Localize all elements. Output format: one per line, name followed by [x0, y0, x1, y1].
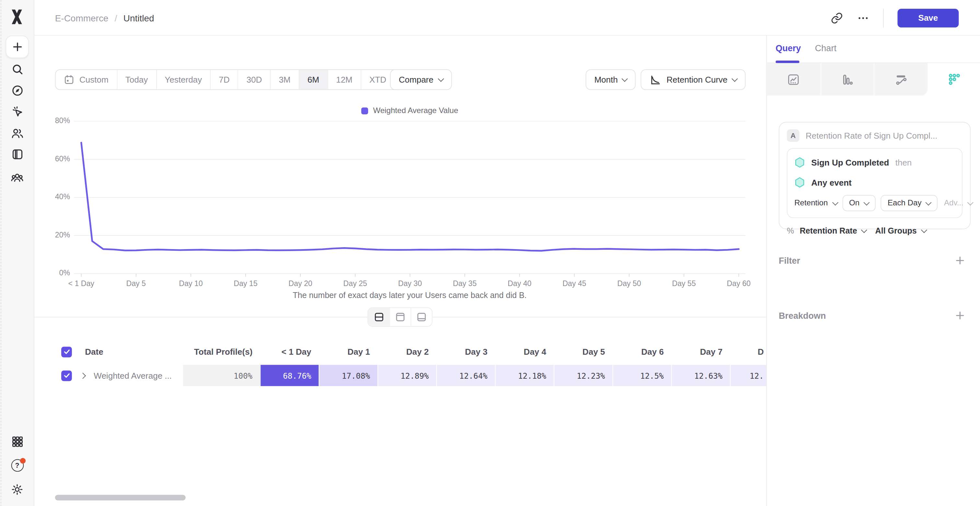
granularity-dropdown[interactable]: Month: [585, 69, 636, 90]
help-nav-button[interactable]: ?: [0, 455, 34, 476]
breadcrumb: E-Commerce / Untitled: [55, 0, 154, 36]
event-b-row[interactable]: Any event: [794, 174, 955, 190]
cell-day5[interactable]: 12.23%: [554, 365, 612, 386]
groups-dropdown[interactable]: All Groups: [875, 226, 926, 235]
events-nav-button[interactable]: [0, 101, 34, 122]
cell-day8-cut[interactable]: 12.: [730, 365, 767, 386]
chart-type-dropdown[interactable]: Retention Curve: [641, 69, 746, 90]
column-label: Date: [85, 347, 103, 356]
table-view-icon: [416, 312, 427, 322]
event-pair-box: Sign Up Completed then Any event Retenti…: [787, 148, 963, 218]
row-checkbox[interactable]: [61, 370, 72, 381]
x-axis-tick-label: Day 10: [166, 279, 216, 288]
x-axis-tick-label: Day 55: [659, 279, 709, 288]
range-12m[interactable]: 12M: [327, 70, 361, 89]
filter-label: Filter: [779, 255, 800, 266]
range-30d[interactable]: 30D: [238, 70, 270, 89]
help-icon: ?: [11, 459, 24, 472]
chart-legend[interactable]: Weighted Average Value: [74, 106, 746, 115]
compare-dropdown[interactable]: Compare: [390, 69, 452, 90]
event-a-row[interactable]: Sign Up Completed then: [794, 154, 955, 170]
check-icon: [63, 371, 70, 379]
chart-tools: Month Retention Curve: [585, 69, 746, 90]
range-yesterday[interactable]: Yesterday: [156, 70, 210, 89]
range-6m-selected[interactable]: 6M: [299, 70, 327, 89]
event-hexagon-icon: [794, 157, 805, 168]
cohorts-nav-button[interactable]: [0, 166, 34, 187]
advanced-dropdown[interactable]: Adv...: [944, 198, 973, 207]
settings-nav-button[interactable]: [0, 479, 34, 500]
cell-day3[interactable]: 12.64%: [436, 365, 495, 386]
column-header-day1[interactable]: Day 1: [319, 344, 377, 360]
cell-day6[interactable]: 12.5%: [612, 365, 671, 386]
breadcrumb-project[interactable]: E-Commerce: [55, 13, 108, 23]
copy-link-icon[interactable]: [830, 12, 843, 24]
column-header-day6[interactable]: Day 6: [612, 344, 671, 360]
report-retention-button[interactable]: [927, 63, 980, 95]
step-title-input[interactable]: Retention Rate of Sign Up Compl...: [806, 131, 937, 140]
cell-day0[interactable]: 68.76%: [260, 365, 318, 386]
range-3m[interactable]: 3M: [270, 70, 299, 89]
report-flows-button[interactable]: [874, 63, 927, 95]
metric-dropdown[interactable]: Retention Rate: [800, 226, 867, 235]
mixpanel-logo-icon[interactable]: [8, 8, 25, 25]
y-axis-tick-label: 80%: [40, 116, 70, 126]
table-row[interactable]: Weighted Average ... 100% 68.76% 17.08% …: [34, 365, 766, 386]
layout-toggle-group: [368, 308, 433, 327]
range-today[interactable]: Today: [117, 70, 156, 89]
column-header-day0[interactable]: < 1 Day: [260, 344, 318, 360]
column-header-total[interactable]: Total Profile(s): [183, 344, 260, 360]
row-expander-button[interactable]: [81, 373, 85, 378]
range-7d[interactable]: 7D: [210, 70, 237, 89]
chart-plot-area[interactable]: [74, 116, 746, 279]
cell-day7[interactable]: 12.63%: [671, 365, 730, 386]
column-header-day7[interactable]: Day 7: [671, 344, 730, 360]
layout-table-button[interactable]: [410, 308, 432, 326]
x-axis-tick-label: Day 25: [330, 279, 380, 288]
cell-day1[interactable]: 17.08%: [319, 365, 377, 386]
breadcrumb-report-title[interactable]: Untitled: [124, 13, 154, 23]
search-nav-button[interactable]: [0, 59, 34, 80]
column-header-day2[interactable]: Day 2: [377, 344, 436, 360]
x-axis-tick-label: Day 35: [440, 279, 490, 288]
apps-nav-button[interactable]: [0, 431, 34, 452]
more-options-icon[interactable]: [857, 12, 870, 24]
cell-day2[interactable]: 12.89%: [377, 365, 436, 386]
select-all-checkbox[interactable]: [61, 346, 72, 357]
range-label: 7D: [219, 75, 229, 84]
add-filter-button[interactable]: [955, 255, 965, 266]
plus-icon: [955, 255, 965, 266]
column-header-day5[interactable]: Day 5: [554, 344, 612, 360]
cell-day4[interactable]: 12.18%: [495, 365, 554, 386]
add-breakdown-button[interactable]: [955, 310, 965, 320]
step-title-row: A Retention Rate of Sign Up Compl...: [787, 129, 963, 142]
column-header-date[interactable]: Date: [61, 344, 183, 360]
interval-dropdown[interactable]: Each Day: [881, 195, 938, 211]
report-insights-button[interactable]: [767, 63, 820, 95]
layout-chart-button[interactable]: [389, 308, 410, 326]
tab-chart[interactable]: Chart: [815, 43, 837, 53]
layout-split-button[interactable]: [368, 308, 390, 326]
create-new-button[interactable]: [5, 36, 29, 58]
retention-series-line[interactable]: [81, 143, 739, 251]
retention-line-chart[interactable]: The number of exact days later your User…: [34, 116, 766, 322]
panel-tabs: Query Chart: [767, 36, 980, 63]
report-funnels-button[interactable]: [820, 63, 874, 95]
chevron-down-icon: [832, 199, 838, 205]
tab-query[interactable]: Query: [775, 43, 801, 53]
on-dropdown[interactable]: On: [842, 195, 876, 211]
explore-nav-button[interactable]: [0, 80, 34, 102]
boards-nav-button[interactable]: [0, 144, 34, 165]
column-header-day4[interactable]: Day 4: [495, 344, 554, 360]
range-label: 12M: [336, 75, 353, 84]
range-custom[interactable]: Custom: [56, 70, 117, 89]
column-header-day3[interactable]: Day 3: [436, 344, 495, 360]
board-icon: [11, 148, 24, 161]
y-axis-tick-label: 40%: [40, 192, 70, 203]
cell-total[interactable]: 100%: [183, 365, 260, 386]
horizontal-scrollbar-thumb[interactable]: [55, 495, 186, 500]
users-nav-button[interactable]: [0, 122, 34, 144]
retention-type-dropdown[interactable]: Retention: [794, 198, 837, 207]
column-header-day8-cut[interactable]: D: [730, 344, 767, 360]
save-button[interactable]: Save: [897, 8, 959, 27]
